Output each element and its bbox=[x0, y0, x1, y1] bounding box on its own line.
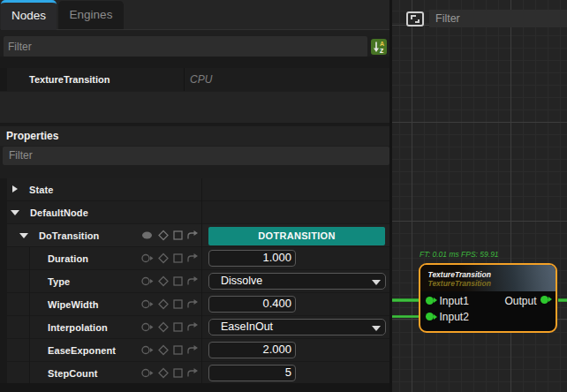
svg-text:A: A bbox=[380, 41, 384, 47]
svg-text:Z: Z bbox=[380, 48, 384, 54]
